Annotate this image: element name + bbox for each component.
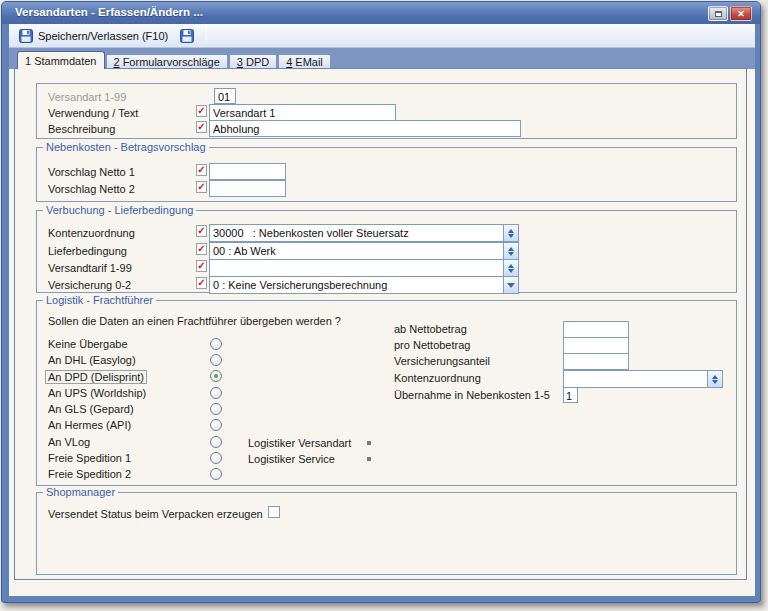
save-icon	[19, 29, 33, 43]
radio-label-4: An GLS (Gepard)	[48, 403, 134, 415]
group-title: Verbuchung - Lieferbedingung	[43, 204, 196, 216]
ab-nettobetrag-field[interactable]	[563, 321, 629, 338]
logistiker-service-label: Logistiker Service	[248, 453, 335, 465]
spinner-icon[interactable]	[503, 243, 518, 259]
uebernahme-nebenkosten-field[interactable]: 1	[563, 387, 578, 403]
tab-label: EMail	[295, 56, 323, 68]
dropdown-arrow-icon[interactable]	[503, 277, 518, 293]
kontenzuordnung-label: Kontenzuordnung	[48, 227, 135, 239]
client-area: Speichern/Verlassen (F10) 1 Stam	[9, 24, 755, 596]
group-title: Nebenkosten - Betragsvorschlag	[43, 141, 209, 153]
versandart-field[interactable]: 01	[214, 88, 236, 104]
spinner-icon[interactable]	[503, 260, 518, 276]
window-title: Versandarten - Erfassen/Ändern ...	[15, 6, 203, 18]
ab-nettobetrag-label: ab Nettobetrag	[394, 323, 467, 335]
radio-button-8[interactable]	[210, 468, 222, 480]
tab-bar: 1 Stammdaten 2 Formularvorschläge 3 DPD …	[17, 51, 331, 69]
tab-label: Formularvorschläge	[123, 56, 220, 68]
verwendung-label: Verwendung / Text	[48, 107, 138, 119]
save-exit-button[interactable]: Speichern/Verlassen (F10)	[14, 26, 173, 46]
combo-value	[210, 260, 503, 276]
beschreibung-label: Beschreibung	[48, 123, 115, 135]
required-check-icon[interactable]: ✓	[196, 277, 207, 289]
versandtarif-combo[interactable]	[209, 259, 519, 277]
radio-button-5[interactable]	[210, 419, 222, 431]
save-button[interactable]	[175, 26, 199, 46]
vorschlag-netto1-label: Vorschlag Netto 1	[48, 166, 135, 178]
versicherung-combo[interactable]: 0 : Keine Versicherungsberechnung	[209, 276, 519, 294]
versandart-label: Versandart 1-99	[48, 91, 126, 103]
save-icon	[180, 29, 194, 43]
radio-label-6: An VLog	[48, 436, 90, 448]
spinner-icon[interactable]	[707, 371, 722, 387]
tab-number: 1	[25, 55, 31, 67]
tab-page-stammdaten: Versandart 1-99 01 Verwendung / Text ✓ V…	[14, 68, 747, 580]
required-check-icon[interactable]: ✓	[196, 260, 207, 272]
group-nebenkosten: Nebenkosten - Betragsvorschlag Vorschlag…	[36, 147, 737, 202]
versicherungsanteil-field[interactable]	[563, 353, 629, 370]
radio-label-7: Freie Spedition 1	[48, 452, 131, 464]
kontenzuordnung-combo[interactable]: 30000 : Nebenkosten voller Steuersatz	[209, 224, 519, 242]
lieferbedingung-combo[interactable]: 00 : Ab Werk	[209, 242, 519, 260]
versicherungsanteil-label: Versicherungsanteil	[394, 355, 490, 367]
restore-icon	[715, 11, 722, 17]
close-button[interactable]: ✕	[730, 6, 752, 21]
spinner-icon[interactable]	[503, 225, 518, 241]
radio-button-0[interactable]	[210, 338, 222, 350]
required-check-icon[interactable]: ✓	[196, 164, 207, 176]
restore-button[interactable]	[708, 6, 728, 21]
beschreibung-field[interactable]: Abholung	[209, 120, 521, 137]
frachtfuehrer-question: Sollen die Daten an einen Frachtführer ü…	[48, 315, 341, 327]
required-check-icon[interactable]: ✓	[196, 243, 207, 255]
logistiker-versandart-indicator[interactable]	[367, 441, 371, 445]
combo-value: 0 : Keine Versicherungsberechnung	[210, 277, 503, 293]
tab-email[interactable]: 4 EMail	[278, 54, 331, 69]
vorschlag-netto1-field[interactable]	[209, 163, 286, 180]
radio-button-3[interactable]	[210, 387, 222, 399]
radio-label-2: An DPD (Delisprint)	[45, 370, 147, 384]
radio-label-8: Freie Spedition 2	[48, 468, 131, 480]
vorschlag-netto2-label: Vorschlag Netto 2	[48, 183, 135, 195]
radio-label-5: An Hermes (API)	[48, 419, 131, 431]
radio-button-7[interactable]	[210, 452, 222, 464]
tab-number: 2	[114, 56, 120, 68]
verwendung-field[interactable]: Versandart 1	[209, 104, 396, 121]
versicherung-label: Versicherung 0-2	[48, 279, 131, 291]
group-title: Logistik - Frachtführer	[43, 294, 156, 306]
logistik-kontenzuordnung-combo[interactable]	[563, 370, 723, 388]
required-check-icon[interactable]: ✓	[196, 105, 207, 117]
tab-formularvorschlaege[interactable]: 2 Formularvorschläge	[106, 54, 228, 69]
lieferbedingung-label: Lieferbedingung	[48, 245, 127, 257]
tab-number: 3	[237, 56, 243, 68]
tab-number: 4	[286, 56, 292, 68]
tab-stammdaten[interactable]: 1 Stammdaten	[17, 51, 105, 69]
screen: Versandarten - Erfassen/Ändern ... ✕	[0, 0, 768, 611]
tab-label: DPD	[246, 56, 269, 68]
logistiker-service-indicator[interactable]	[367, 457, 371, 461]
radio-label-3: An UPS (Worldship)	[48, 387, 146, 399]
toolbar: Speichern/Verlassen (F10)	[9, 24, 755, 48]
radio-label-0: Keine Übergabe	[48, 338, 128, 350]
versendet-status-checkbox[interactable]	[268, 506, 280, 518]
radio-button-1[interactable]	[210, 354, 222, 366]
save-exit-label: Speichern/Verlassen (F10)	[38, 30, 168, 42]
required-check-icon[interactable]: ✓	[196, 225, 207, 237]
radio-button-6[interactable]	[210, 436, 222, 448]
group-title: Shopmanager	[43, 486, 118, 498]
versandtarif-label: Versandtarif 1-99	[48, 262, 132, 274]
tab-dpd[interactable]: 3 DPD	[229, 54, 277, 69]
versendet-status-label: Versendet Status beim Verpacken erzeugen	[48, 508, 263, 520]
combo-value	[564, 371, 707, 387]
logistik-kontenzuordnung-label: Kontenzuordnung	[394, 372, 481, 384]
radio-label-1: An DHL (Easylog)	[48, 354, 136, 366]
vorschlag-netto2-field[interactable]	[209, 180, 286, 197]
radio-button-4[interactable]	[210, 403, 222, 415]
required-check-icon[interactable]: ✓	[196, 181, 207, 193]
required-check-icon[interactable]: ✓	[196, 121, 207, 133]
pro-nettobetrag-field[interactable]	[563, 337, 629, 354]
titlebar[interactable]: Versandarten - Erfassen/Ändern ... ✕	[2, 2, 760, 24]
pro-nettobetrag-label: pro Nettobetrag	[394, 339, 470, 351]
group-verbuchung: Verbuchung - Lieferbedingung Kontenzuord…	[36, 210, 737, 293]
app-window: Versandarten - Erfassen/Ändern ... ✕	[1, 1, 761, 603]
radio-button-2[interactable]	[210, 370, 222, 382]
